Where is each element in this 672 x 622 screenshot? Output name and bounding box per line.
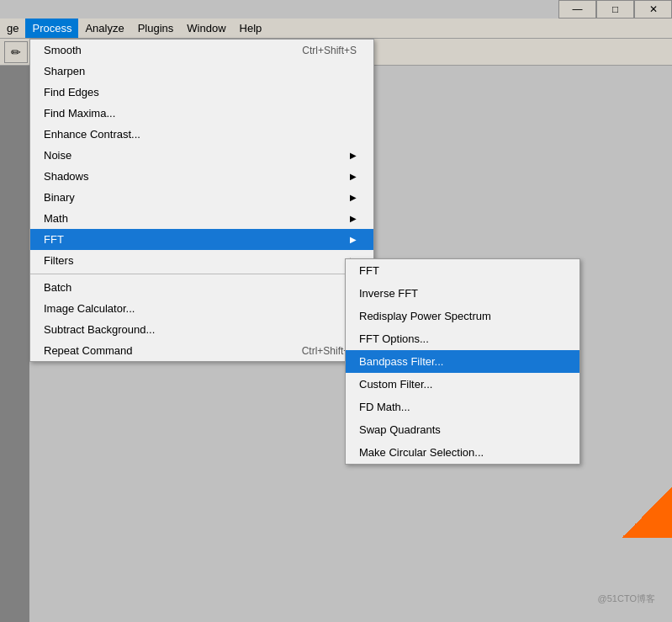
menu-enhance-contrast[interactable]: Enhance Contrast...	[30, 124, 373, 145]
menu-smooth-label: Smooth	[44, 44, 82, 56]
menu-help[interactable]: Help	[233, 19, 269, 38]
menu-batch-label: Batch	[44, 281, 71, 294]
menu-filters[interactable]: Filters ▶	[30, 250, 373, 271]
menu-binary[interactable]: Binary ▶	[30, 187, 373, 208]
menu-enhance-contrast-label: Enhance Contrast...	[44, 128, 140, 141]
watermark: @51CTO博客	[598, 593, 655, 605]
menu-fft-arrow: ▶	[350, 235, 357, 244]
submenu-fft-label: FFT	[359, 264, 379, 277]
close-button[interactable]: ✕	[634, 0, 672, 19]
submenu-bandpass-filter-label: Bandpass Filter...	[359, 355, 443, 368]
menu-image-calculator[interactable]: Image Calculator...	[30, 298, 373, 319]
menu-find-edges[interactable]: Find Edges	[30, 82, 373, 103]
menu-smooth[interactable]: Smooth Ctrl+Shift+S	[30, 40, 373, 61]
menu-shadows-arrow: ▶	[350, 172, 357, 181]
menu-process[interactable]: Process	[25, 19, 78, 38]
menu-analyze[interactable]: Analyze	[78, 19, 130, 38]
menu-math-arrow: ▶	[350, 214, 357, 223]
menu-fft-label: FFT	[44, 233, 64, 246]
submenu-swap-quadrants[interactable]: Swap Quadrants	[346, 418, 579, 441]
menu-find-maxima-label: Find Maxima...	[44, 107, 115, 120]
submenu-custom-filter-label: Custom Filter...	[359, 378, 432, 391]
fft-submenu: FFT Inverse FFT Redisplay Power Spectrum…	[345, 258, 580, 465]
window-controls: — □ ✕	[558, 0, 672, 19]
menu-shadows-label: Shadows	[44, 170, 88, 183]
submenu-custom-filter[interactable]: Custom Filter...	[346, 373, 579, 396]
submenu-fft[interactable]: FFT	[346, 259, 579, 282]
submenu-bandpass-filter[interactable]: Bandpass Filter...	[346, 350, 579, 373]
image-panel	[0, 66, 29, 622]
menu-window[interactable]: Window	[180, 19, 232, 38]
menu-plugins[interactable]: Plugins	[131, 19, 181, 38]
menu-noise-label: Noise	[44, 149, 71, 162]
minimize-button[interactable]: —	[558, 0, 596, 19]
menu-smooth-shortcut: Ctrl+Shift+S	[302, 45, 357, 56]
submenu-fft-options[interactable]: FFT Options...	[346, 327, 579, 350]
submenu-inverse-fft-label: Inverse FFT	[359, 287, 418, 300]
maximize-button[interactable]: □	[596, 0, 634, 19]
menu-math[interactable]: Math ▶	[30, 208, 373, 229]
menu-ge[interactable]: ge	[0, 19, 25, 38]
menubar: ge Process Analyze Plugins Window Help	[0, 19, 672, 39]
process-menu: Smooth Ctrl+Shift+S Sharpen Find Edges F…	[29, 39, 374, 362]
menu-filters-label: Filters	[44, 254, 73, 267]
menu-subtract-background-label: Subtract Background...	[44, 323, 155, 336]
submenu-inverse-fft[interactable]: Inverse FFT	[346, 282, 579, 305]
menu-sharpen[interactable]: Sharpen	[30, 61, 373, 82]
submenu-make-circular-selection-label: Make Circular Selection...	[359, 446, 484, 459]
menu-noise[interactable]: Noise ▶	[30, 145, 373, 166]
separator-1	[30, 274, 373, 274]
menu-binary-arrow: ▶	[350, 193, 357, 202]
menu-shadows[interactable]: Shadows ▶	[30, 166, 373, 187]
submenu-redisplay-power-spectrum-label: Redisplay Power Spectrum	[359, 310, 491, 322]
menu-math-label: Math	[44, 212, 68, 225]
menu-binary-label: Binary	[44, 191, 75, 204]
menu-batch[interactable]: Batch ▶	[30, 277, 373, 298]
orange-corner-decoration	[622, 487, 672, 538]
submenu-fd-math[interactable]: FD Math...	[346, 396, 579, 418]
submenu-swap-quadrants-label: Swap Quadrants	[359, 423, 441, 436]
submenu-fft-options-label: FFT Options...	[359, 332, 429, 345]
menu-find-maxima[interactable]: Find Maxima...	[30, 103, 373, 124]
submenu-redisplay-power-spectrum[interactable]: Redisplay Power Spectrum	[346, 305, 579, 327]
submenu-fd-math-label: FD Math...	[359, 401, 410, 413]
menu-sharpen-label: Sharpen	[44, 65, 85, 77]
submenu-make-circular-selection[interactable]: Make Circular Selection...	[346, 441, 579, 464]
tool-pencil[interactable]: ✏	[4, 41, 28, 63]
menu-repeat-command[interactable]: Repeat Command Ctrl+Shift+R	[30, 340, 373, 361]
menu-repeat-command-label: Repeat Command	[44, 344, 133, 357]
menu-noise-arrow: ▶	[350, 151, 357, 160]
menu-image-calculator-label: Image Calculator...	[44, 302, 135, 315]
menu-find-edges-label: Find Edges	[44, 86, 99, 98]
menu-fft[interactable]: FFT ▶	[30, 229, 373, 250]
menu-subtract-background[interactable]: Subtract Background...	[30, 319, 373, 340]
